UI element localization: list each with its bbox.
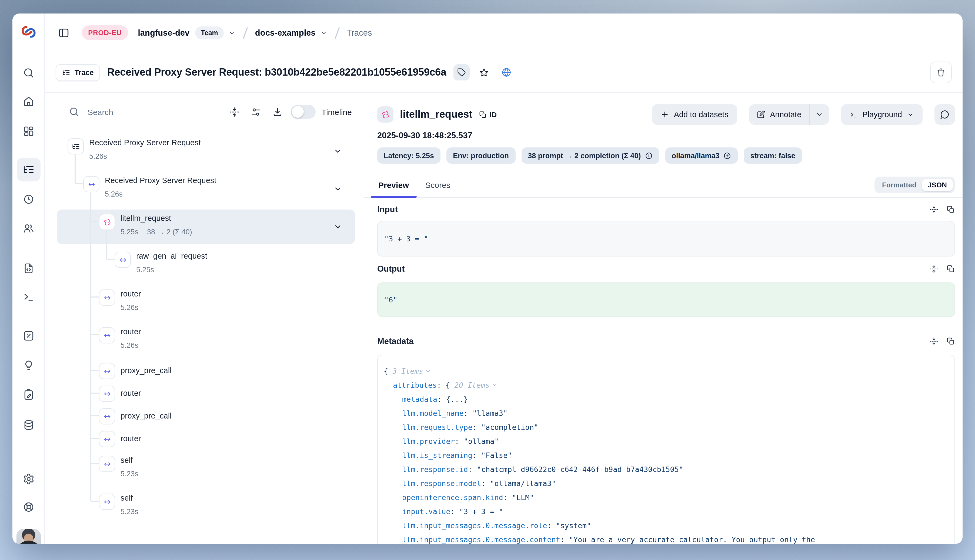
tab-scores[interactable]: Scores xyxy=(424,172,451,197)
sidebar-item-users[interactable] xyxy=(17,217,40,240)
json-line-12: llm.input_messages.0.message.content: "Y… xyxy=(384,532,948,544)
tree-node-meta: 5.25s xyxy=(136,265,207,275)
tree-node-proxy_pre_call[interactable]: proxy_pre_call xyxy=(57,406,355,425)
collapse-icon[interactable] xyxy=(930,265,938,273)
breadcrumb-section[interactable]: Traces xyxy=(347,28,372,38)
output-box: "6" xyxy=(377,282,955,317)
collapse-icon[interactable] xyxy=(930,205,938,214)
search-box[interactable] xyxy=(69,107,229,117)
globe-icon[interactable] xyxy=(499,65,514,80)
sidebar-item-annotation-queues[interactable] xyxy=(17,383,40,407)
user-avatar[interactable] xyxy=(16,529,40,544)
output-section-header: Output xyxy=(377,264,955,274)
download-icon[interactable] xyxy=(273,107,283,117)
tree-node-router[interactable]: router5.26s xyxy=(57,285,355,320)
trace-icon xyxy=(68,138,84,155)
timeline-label: Timeline xyxy=(321,107,352,117)
sidebar-item-sessions[interactable] xyxy=(17,187,40,211)
action-buttons: Add to datasets Annotate xyxy=(652,104,955,125)
copy-id-button[interactable]: ID xyxy=(479,110,497,118)
sidebar-item-tracing[interactable] xyxy=(17,158,40,182)
span-icon xyxy=(99,493,115,510)
org-name[interactable]: langfuse-dev xyxy=(138,28,189,38)
observation-badge-4: stream: false xyxy=(744,147,802,163)
tree-toolbar: Timeline xyxy=(45,93,364,131)
tree-node-raw_gen_ai_request[interactable]: raw_gen_ai_request5.25s xyxy=(57,247,355,282)
tree-node-router[interactable]: router xyxy=(57,429,355,448)
format-option-formatted[interactable]: Formatted xyxy=(876,178,922,191)
add-to-datasets-button[interactable]: Add to datasets xyxy=(652,104,737,125)
tab-preview[interactable]: Preview xyxy=(377,172,410,197)
search-input[interactable] xyxy=(87,107,159,117)
tree-node-meta: 5.26s xyxy=(120,302,141,313)
tree-node-self[interactable]: self5.23s xyxy=(57,452,355,486)
sidebar-item-evaluation[interactable] xyxy=(17,324,40,348)
copy-icon[interactable] xyxy=(947,337,955,346)
sidebar-item-settings[interactable] xyxy=(17,467,40,491)
observation-badge-1: Env: production xyxy=(447,147,515,163)
tag-icon[interactable] xyxy=(453,64,470,80)
tree-node-name: self xyxy=(120,492,138,503)
tree-node-meta: 5.25s38 → 2 (Σ 40) xyxy=(120,227,192,238)
annotate-button[interactable]: Annotate xyxy=(749,104,809,125)
circle-plus-icon[interactable] xyxy=(723,152,731,160)
tree-node-Received Proxy Server Request[interactable]: Received Proxy Server Request5.26s xyxy=(57,134,355,168)
breadcrumb-bar: PROD-EU langfuse-dev Team docs-examples … xyxy=(45,13,963,52)
annotate-split-button: Annotate xyxy=(749,104,829,125)
trace-title: Received Proxy Server Request: b3010b422… xyxy=(107,67,447,78)
playground-button[interactable]: Playground xyxy=(841,104,923,125)
collapse-icon[interactable] xyxy=(425,368,431,374)
chevron-down-icon[interactable] xyxy=(228,29,236,37)
json-line-0: { 3 Items xyxy=(384,364,948,378)
chevron-down-icon[interactable] xyxy=(333,147,342,155)
copy-icon[interactable] xyxy=(947,205,955,214)
tree-node-meta: 5.26s xyxy=(105,189,216,200)
delete-trace-button[interactable] xyxy=(930,62,952,83)
collapse-icon[interactable] xyxy=(491,382,498,388)
langfuse-app-window: PROD-EU langfuse-dev Team docs-examples … xyxy=(12,13,963,544)
plus-icon xyxy=(661,110,669,119)
sidebar-item-prompts[interactable] xyxy=(17,257,40,280)
tree-node-name: router xyxy=(120,433,141,444)
desktop: PROD-EU langfuse-dev Team docs-examples … xyxy=(0,0,975,560)
collapse-icon[interactable] xyxy=(930,337,938,346)
json-line-8: llm.response.model: "ollama/llama3" xyxy=(384,476,948,490)
metadata-json-viewer: { 3 Itemsattributes: { 20 Itemsmetadata:… xyxy=(377,355,955,544)
tree-node-litellm_request[interactable]: litellm_request5.25s38 → 2 (Σ 40) xyxy=(57,210,355,244)
annotate-dropdown[interactable] xyxy=(809,104,829,125)
sidebar-item-home[interactable] xyxy=(17,90,40,113)
sidebar-item-support[interactable] xyxy=(17,495,40,519)
star-icon[interactable] xyxy=(477,65,492,80)
view-settings-icon[interactable] xyxy=(251,107,261,117)
tree-node-Received Proxy Server Request[interactable]: Received Proxy Server Request5.26s xyxy=(57,172,355,206)
sidebar-item-dashboards[interactable] xyxy=(17,119,40,143)
sidebar-item-datasets[interactable] xyxy=(17,413,40,437)
tree-node-router[interactable]: router5.26s xyxy=(57,323,355,357)
tree-node-self[interactable]: self5.23s xyxy=(57,489,355,524)
chevron-down-icon[interactable] xyxy=(320,29,328,37)
copy-icon[interactable] xyxy=(947,265,955,273)
breadcrumb-divider xyxy=(243,27,248,38)
tree-node-meta: 5.26s xyxy=(120,340,141,351)
info-icon[interactable] xyxy=(644,152,652,160)
timeline-toggle[interactable] xyxy=(291,105,316,119)
sidebar-item-search[interactable] xyxy=(17,61,40,85)
format-option-json[interactable]: JSON xyxy=(922,178,953,191)
tree-node-proxy_pre_call[interactable]: proxy_pre_call xyxy=(57,361,355,380)
sidebar-item-playground[interactable] xyxy=(17,285,40,309)
search-icon xyxy=(69,107,79,117)
chevron-down-icon[interactable] xyxy=(333,185,342,193)
sidebar-item-llm-as-judge[interactable] xyxy=(17,353,40,377)
collapse-all-icon[interactable] xyxy=(229,107,239,117)
json-line-4: llm.request.type: "acompletion" xyxy=(384,420,948,434)
tree-node-router[interactable]: router xyxy=(57,383,355,403)
tree-node-name: router xyxy=(120,288,141,299)
span-icon xyxy=(83,176,99,192)
chevron-down-icon[interactable] xyxy=(333,222,342,231)
comments-button[interactable] xyxy=(935,104,955,125)
trace-tree-panel: Timeline Received Proxy Server Request5.… xyxy=(45,93,364,544)
format-toggle: Formatted JSON xyxy=(875,176,955,193)
sidebar-toggle-icon[interactable] xyxy=(56,25,72,41)
breadcrumb-divider xyxy=(334,27,339,38)
project-name[interactable]: docs-examples xyxy=(255,28,316,38)
